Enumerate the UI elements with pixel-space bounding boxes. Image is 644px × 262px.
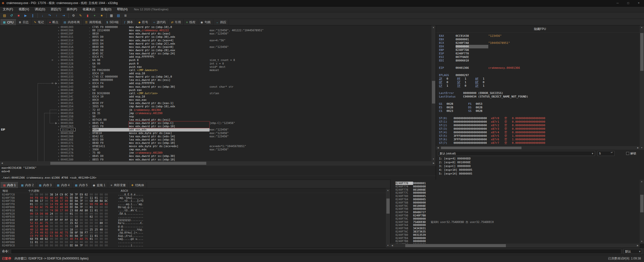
menu-item[interactable]: 视图(V) [16, 7, 32, 12]
disasm-row[interactable]: ●00401346.50push eax [0, 88, 431, 92]
disasm-row[interactable]: ●00401363.8B55 F0mov edx,dword ptr ss:[e… [0, 125, 431, 128]
flag-name[interactable]: SF [457, 81, 465, 84]
disasm-row[interactable]: ●0040137A.75 0Djne crakmeeasy.401389 [0, 151, 431, 154]
register-row[interactable]: ST(2)00000000000000000000x87r2空0.0000000… [439, 124, 640, 127]
argument-row[interactable]: 5: [esp+14] 00000005 [439, 172, 472, 176]
stack-row[interactable]: 0240F7AC38373635 [390, 230, 640, 233]
register-row[interactable]: ST(7)00000000000000000000x87r7空0.0000000… [439, 141, 640, 145]
argument-row[interactable]: 4: [esp+10] 00000005 [439, 168, 472, 172]
scroll-right-icon[interactable]: ▶ [636, 146, 640, 150]
disasm-row[interactable]: ●00401311.8955 D0mov dword ptr ss:[ebp-3… [0, 35, 431, 39]
stack-row[interactable]: 0240F78000000005 [390, 194, 640, 198]
register-row[interactable]: ZF0PF1AF1 [439, 77, 640, 81]
register-row[interactable]: EBX00000001 [439, 38, 640, 41]
disasm-row[interactable]: ●0040134C.83C4 10add esp,10 [0, 95, 431, 98]
disasm-row[interactable]: ●0040133A.8DB6 00000000lea esi,dword ptr… [0, 78, 431, 82]
register-value[interactable]: 007F0AEE [456, 55, 488, 59]
register-value[interactable]: 00000001 [456, 38, 488, 41]
register-value[interactable]: 0CC91438 [456, 34, 488, 38]
command-profile-select[interactable]: 默认 [623, 249, 642, 254]
register-row[interactable]: ST(0)00000000000000000000x87r0空0.0000000… [439, 117, 640, 120]
stack-row[interactable]: 0240F7A834343031 [390, 227, 640, 230]
tab-memory-map[interactable]: ▤内存布局 [61, 19, 83, 25]
disasm-row[interactable]: ●00401314.8B50 04mov edx,dword ptr ds:[e… [0, 39, 431, 42]
scroll-down-icon[interactable]: ▼ [640, 240, 644, 244]
unlock-checkbox[interactable]: 解锁 [626, 152, 636, 155]
scroll-left-icon[interactable]: ◀ [390, 244, 394, 248]
register-row[interactable]: ST(6)3FFF8000000000000000x87r6空1.0000000… [439, 138, 640, 141]
stack-row[interactable]: 0240F78800000000 [390, 201, 640, 204]
register-value[interactable]: 00401366 [456, 66, 488, 70]
scroll-down-icon[interactable]: ▼ [640, 146, 644, 150]
maximize-button[interactable]: □ [623, 0, 633, 6]
tab-breakpoints[interactable]: ●断点 [47, 19, 61, 25]
disassembly-pane[interactable]: ●00401303.C745 F0 00000000mov dword ptr … [0, 25, 431, 161]
scroll-up-icon[interactable]: ▲ [640, 25, 644, 29]
disasm-row[interactable]: ●00401343.8B45 D0mov eax,dword ptr ss:[e… [0, 85, 431, 88]
checkbox-icon[interactable] [626, 152, 629, 155]
register-row[interactable]: ST(4)00000000000000000000x87r4空0.0000000… [439, 131, 640, 134]
tab-watch1[interactable]: ◉监视 1 [90, 182, 108, 188]
step-over-icon[interactable]: ↷ [46, 13, 53, 18]
disasm-row[interactable]: ●0040132A.50push eaxvoid* dest [0, 65, 431, 69]
argument-row[interactable]: 3: [esp+C] 00000000 [439, 164, 472, 168]
flag-name[interactable]: PF [457, 77, 465, 81]
menu-item[interactable]: 帮助(H) [114, 7, 130, 12]
disasm-row[interactable]: ●00401317.8955 D4mov dword ptr ss:[ebp-2… [0, 42, 431, 45]
dump-row[interactable]: 0240F7E80408170074DB1700EE0A7F00CDABBADC… [0, 199, 386, 203]
dump-row[interactable]: 0240F7F80100000014F84002EE0A7F0098F84002… [0, 203, 386, 206]
tab-cpu[interactable]: ▦CPU [1, 19, 16, 25]
scroll-up-icon[interactable]: ▲ [640, 180, 644, 184]
disasm-row[interactable]: ⊟●00401326.6A 08push 8size_t count = 8 [0, 58, 431, 62]
tab-struct[interactable]: ❖结构体 [129, 182, 147, 188]
stack-row[interactable]: 0240F79000000000 [390, 207, 640, 211]
stack-row[interactable]: 0240F77000000001 [390, 182, 640, 185]
disasm-vscrollbar[interactable]: ▲ ▼ [431, 25, 436, 161]
calling-convention-select[interactable]: 默认 (stdcall) [438, 151, 595, 156]
register-row[interactable]: EIP00401366crakmeeasy.00401366 [439, 66, 640, 70]
disasm-row[interactable]: ●00401357.72 07jb crakmeeasy.401360 [0, 108, 431, 112]
scroll-thumb[interactable] [441, 147, 521, 149]
stack-row[interactable]: 0240F78400000005 [390, 198, 640, 201]
disasm-row[interactable]: ●0040130A.B8 22124000mov eax,crakmeeasy.… [0, 29, 431, 32]
step-into-icon[interactable]: ↓ [39, 13, 46, 18]
tab-references[interactable]: ⇄引用 [169, 19, 184, 25]
register-row[interactable]: EDI80006010 [439, 59, 640, 62]
scroll-thumb[interactable] [405, 244, 506, 247]
dump-row[interactable]: 0240F8585261AC75000000001502000000008000… [0, 221, 386, 225]
disasm-row[interactable]: ●00401320.8D45 DClea eax,dword ptr ss:[e… [0, 52, 431, 55]
tab-mem4[interactable]: ▦内存 4 [54, 182, 72, 188]
flag-name[interactable]: DF [475, 81, 483, 84]
disasm-row[interactable]: ●00401371.8B4D F0mov ecx,dword ptr ss:[e… [0, 141, 431, 145]
command-input[interactable] [11, 249, 621, 254]
flag-name[interactable]: ZF [439, 77, 447, 81]
stack-row[interactable]: 0240F7B000313539 [390, 233, 640, 237]
scroll-thumb[interactable] [386, 199, 390, 214]
disasm-row[interactable]: ⊟●00401340>83C4 F4add esp,FFFFFFF4 [0, 82, 431, 85]
disasm-row[interactable]: ●00401351.8D50 FFlea edx,dword ptr ds:[e… [0, 102, 431, 105]
scroll-down-icon[interactable]: ▼ [431, 157, 435, 161]
register-row[interactable]: LastStatusC0000034 (STATUS_OBJECT_NAME_N… [439, 95, 640, 99]
disasm-row[interactable]: ●0040136B.8D42 EClea eax,dword ptr ds:[e… [0, 135, 431, 138]
scroll-thumb[interactable] [50, 162, 206, 165]
register-row[interactable]: ES002BDS002B [439, 106, 640, 109]
register-row[interactable]: CS0023SS002B [439, 109, 640, 113]
tab-script[interactable]: ƒ脚本 [122, 19, 136, 25]
stack-row[interactable]: 0240F7980240F7B8 [390, 214, 640, 217]
register-row[interactable]: ST(5)3FFF8000000000000000x87r5空1.0000000… [439, 134, 640, 138]
disasm-row[interactable]: ●0040135C.8D7426 00lea esi,dword ptr ds:… [0, 118, 431, 121]
disasm-row[interactable]: ●00401323.83C4 FCadd esp,FFFFFFFC [0, 55, 431, 58]
tab-trace[interactable]: →跟踪 [213, 19, 229, 25]
dump-row[interactable]: 0240F83800000000000000000000000002000000… [0, 215, 386, 218]
register-row[interactable]: OF0SF1DF0 [439, 81, 640, 84]
disasm-row[interactable]: ●00401380.8B55 F0mov edx,dword ptr ss:[e… [0, 158, 431, 161]
calculator-icon[interactable]: ▦ [108, 13, 115, 18]
register-row[interactable]: EFLAGS00000297 [439, 74, 640, 77]
disasm-row[interactable]: ●0040134F.89C0mov eax,eax [0, 98, 431, 102]
flag-name[interactable]: AF [475, 77, 483, 81]
run-to-user-icon[interactable]: ⇥ [60, 13, 67, 18]
argument-row[interactable]: 1: [esp+4] 000000DD [439, 157, 472, 160]
argument-count-stepper[interactable]: 5 [597, 151, 615, 156]
tab-notes[interactable]: ✎笔记 [31, 19, 47, 25]
menu-item[interactable]: 文件(F) [0, 7, 16, 12]
